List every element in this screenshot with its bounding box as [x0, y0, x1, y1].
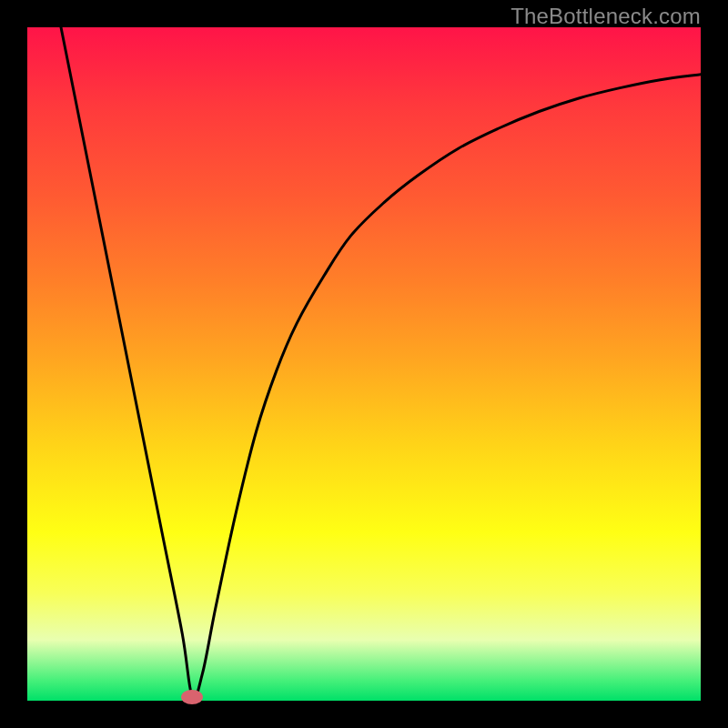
- min-marker: [181, 690, 203, 704]
- bottleneck-curve: [27, 27, 701, 701]
- plot-area: [27, 27, 701, 701]
- watermark-text: TheBottleneck.com: [511, 4, 701, 29]
- chart-frame: TheBottleneck.com: [0, 0, 728, 728]
